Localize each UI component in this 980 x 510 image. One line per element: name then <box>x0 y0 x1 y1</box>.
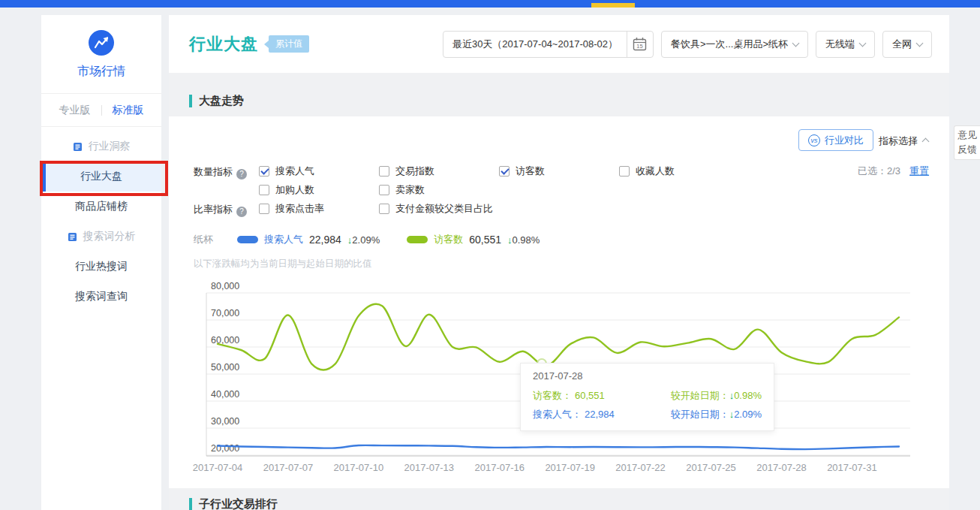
active-item-bar <box>43 161 46 192</box>
tooltip-value: 22,984 <box>585 409 615 420</box>
industry-compare-button[interactable]: vs 行业对比 <box>798 129 873 151</box>
legend-series-search[interactable]: 搜索人气 22,984 ↓2.09% <box>237 233 380 246</box>
category-value: 餐饮具>一次...桌用品>纸杯 <box>671 38 788 51</box>
legend-category: 纸杯 <box>194 233 213 246</box>
indicator-select-label: 指标选择 <box>879 135 918 146</box>
checkbox-icon[interactable] <box>259 185 269 195</box>
tooltip-compare-label: 较开始日期： <box>671 408 729 421</box>
scope-select[interactable]: 全网 <box>882 31 932 58</box>
calendar-icon[interactable]: 15 <box>627 37 653 51</box>
checkbox-visitors[interactable]: 访客数 <box>499 164 545 178</box>
section-heading-trend: 大盘走势 <box>189 94 244 108</box>
sidebar: 市场行情 专业版 标准版 行业洞察 行业大盘 商品店铺榜 搜索词分析 行业热搜词… <box>41 15 161 510</box>
legend-label: 访客数 <box>434 233 463 246</box>
reset-link[interactable]: 重置 <box>909 164 929 178</box>
checkbox-icon[interactable] <box>619 166 630 177</box>
legend-value: 22,984 <box>309 234 341 246</box>
checkbox-icon[interactable] <box>259 204 269 214</box>
sidebar-item-word-query[interactable]: 搜索词查询 <box>41 282 161 312</box>
checkbox-label: 加购人数 <box>275 183 314 197</box>
checkbox-favorites[interactable]: 收藏人数 <box>619 164 675 178</box>
checkbox-label: 收藏人数 <box>636 164 675 178</box>
market-trend-logo-icon <box>89 30 114 56</box>
svg-text:2017-07-22: 2017-07-22 <box>615 462 666 473</box>
checkbox-icon[interactable] <box>379 204 389 214</box>
selection-info: 已选：2/3 重置 <box>858 164 929 178</box>
svg-text:40,000: 40,000 <box>211 389 239 400</box>
checkbox-checked-icon[interactable] <box>499 166 510 177</box>
scope-value: 全网 <box>892 38 912 51</box>
checkbox-add-cart[interactable]: 加购人数 <box>259 183 314 197</box>
menu-group-search-analysis: 搜索词分析 <box>41 222 161 252</box>
heading-bar <box>189 498 192 510</box>
indicator-select-toggle[interactable]: 指标选择 <box>879 134 928 148</box>
checkbox-sellers[interactable]: 卖家数 <box>379 183 425 197</box>
svg-text:20,000: 20,000 <box>211 443 239 454</box>
filter-bar: 最近30天（2017-07-04~2017-08-02） 15 餐饮具>一次..… <box>443 31 932 58</box>
legend-delta: 0.98% <box>513 234 540 246</box>
sidebar-item-industry-dapan[interactable]: 行业大盘 <box>41 161 161 192</box>
legend-series-visitors[interactable]: 访客数 60,551 ↓0.98% <box>407 233 540 246</box>
svg-text:2017-07-28: 2017-07-28 <box>756 462 806 473</box>
legend-delta: 2.09% <box>352 234 380 246</box>
section-title: 子行业交易排行 <box>199 497 278 510</box>
checkbox-icon[interactable] <box>379 166 389 177</box>
checkbox-checked-icon[interactable] <box>259 166 269 177</box>
active-tab-indicator <box>591 3 635 8</box>
checkbox-pay-ratio[interactable]: 支付金额较父类目占比 <box>379 202 493 216</box>
tooltip-label: 搜索人气： <box>533 408 582 421</box>
tooltip-compare-label: 较开始日期： <box>671 389 729 403</box>
sidebar-item-label: 商品店铺榜 <box>75 200 128 213</box>
help-icon[interactable] <box>236 207 247 217</box>
app-title: 市场行情 <box>41 64 161 94</box>
svg-text:30,000: 30,000 <box>211 416 239 427</box>
legend-label: 搜索人气 <box>264 233 303 246</box>
sidebar-item-label: 搜索词查询 <box>75 290 128 303</box>
top-nav-bar <box>0 0 980 8</box>
svg-text:2017-07-19: 2017-07-19 <box>545 462 595 473</box>
tab-divider <box>101 105 102 116</box>
chart-note: 以下涨跌幅均为当前日期与起始日期的比值 <box>194 258 372 270</box>
checkbox-label: 搜索点击率 <box>275 202 324 216</box>
chart-legend: 纸杯 搜索人气 22,984 ↓2.09% 访客数 60,551 ↓0.98% <box>194 233 559 246</box>
tooltip-value: 60,551 <box>575 390 605 401</box>
help-icon[interactable] <box>236 169 247 180</box>
checkbox-label: 搜索人气 <box>275 164 314 178</box>
section-title: 大盘走势 <box>199 94 244 108</box>
menu-group-industry-insight: 行业洞察 <box>41 131 161 161</box>
section-heading-sub-industry: 子行业交易排行 <box>189 497 278 510</box>
page-header: 行业大盘 累计值 最近30天（2017-07-04~2017-08-02） 15 <box>169 15 949 73</box>
checkbox-trade-index[interactable]: 交易指数 <box>379 164 434 178</box>
svg-text:2017-07-16: 2017-07-16 <box>474 462 525 473</box>
cumulative-badge: 累计值 <box>269 35 309 53</box>
feedback-label: 意见 <box>954 128 980 143</box>
ratio-metrics-label: 比率指标 <box>194 203 247 217</box>
svg-text:2017-07-04: 2017-07-04 <box>193 462 243 473</box>
date-range-picker[interactable]: 最近30天（2017-07-04~2017-08-02） 15 <box>443 31 654 58</box>
quantity-metrics-label: 数量指标 <box>194 165 247 180</box>
tab-pro-version[interactable]: 专业版 <box>59 104 91 117</box>
sidebar-item-shop-rank[interactable]: 商品店铺榜 <box>41 192 161 222</box>
checkbox-icon[interactable] <box>379 185 389 195</box>
checkbox-search-ctr[interactable]: 搜索点击率 <box>259 202 324 216</box>
tab-standard-version[interactable]: 标准版 <box>113 104 144 117</box>
feedback-tab[interactable]: 意见 反馈 <box>954 125 980 160</box>
chevron-down-icon <box>859 39 867 47</box>
selected-count: 已选：2/3 <box>858 164 900 178</box>
sidebar-item-hot-words[interactable]: 行业热搜词 <box>41 252 161 282</box>
heading-bar <box>189 95 192 107</box>
terminal-select[interactable]: 无线端 <box>816 31 875 58</box>
legend-pill-blue <box>237 236 258 243</box>
trend-card: vs 行业对比 指标选择 数量指标 搜索人气 交易指数 访客数 收藏人数 加购人… <box>169 116 949 488</box>
tooltip-delta: 2.09% <box>734 409 762 420</box>
legend-pill-green <box>407 236 428 243</box>
checkbox-search-popularity[interactable]: 搜索人气 <box>259 164 314 178</box>
menu-group-label: 行业洞察 <box>89 140 131 153</box>
ledger-icon <box>73 142 83 152</box>
legend-value: 60,551 <box>469 234 501 246</box>
terminal-value: 无线端 <box>825 38 855 51</box>
category-select[interactable]: 餐饮具>一次...桌用品>纸杯 <box>661 31 808 58</box>
date-range-text: 最近30天（2017-07-04~2017-08-02） <box>443 38 627 51</box>
svg-text:2017-07-25: 2017-07-25 <box>686 462 736 473</box>
checkbox-label: 交易指数 <box>395 164 434 178</box>
